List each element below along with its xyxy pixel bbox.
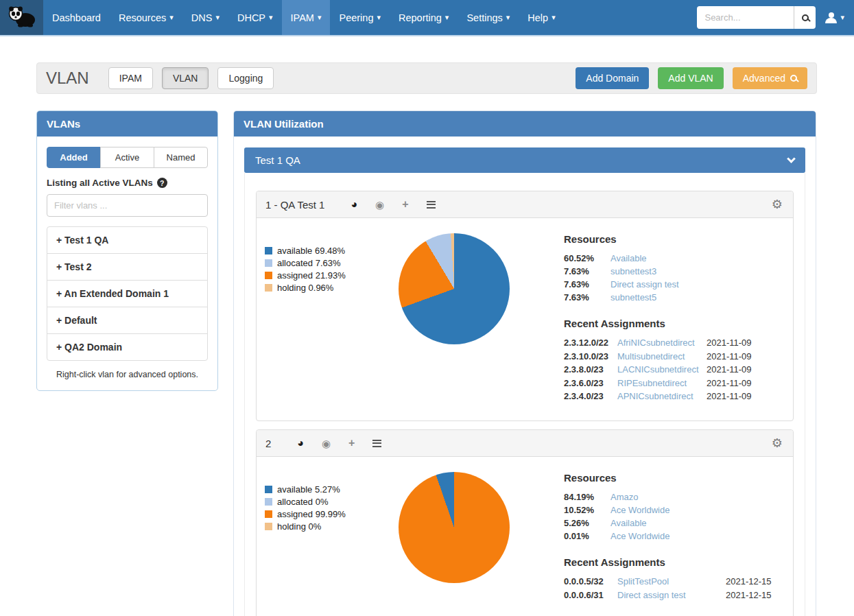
navbar-right: ▾	[697, 0, 854, 35]
nav-ipam[interactable]: IPAM▾	[282, 0, 331, 35]
resources-heading: Resources	[564, 233, 786, 245]
tab-named[interactable]: Named	[154, 147, 208, 168]
widget-info: Resources 60.52%Available 7.63%subnettes…	[535, 233, 786, 401]
resource-link[interactable]: Available	[610, 518, 786, 528]
assignment-date: 2021-11-09	[707, 337, 786, 348]
resource-link[interactable]: Available	[610, 253, 786, 263]
assignment-cidr: 2.3.6.0/23	[564, 378, 612, 388]
legend-row: available 5.27%	[265, 484, 373, 495]
vlan-filter-tabs: Added Active Named	[47, 147, 208, 168]
search-input[interactable]	[697, 6, 794, 29]
chevron-down-icon: ▾	[551, 13, 556, 22]
vlan-list-item[interactable]: + Test 1 QA	[47, 227, 207, 254]
eye-icon[interactable]: ◉	[322, 438, 331, 449]
chevron-down-icon: ▾	[506, 13, 510, 22]
resource-pct: 7.63%	[564, 292, 604, 303]
tab-added[interactable]: Added	[47, 147, 101, 168]
chevron-down-icon[interactable]	[787, 154, 796, 163]
vlan-filter-input[interactable]	[47, 194, 208, 217]
resource-link[interactable]: Amazo	[610, 492, 786, 502]
assignment-link[interactable]: APNICsubnetdirect	[617, 391, 701, 401]
assignment-cidr: 2.3.4.0/23	[564, 391, 612, 401]
resource-pct: 7.63%	[564, 279, 604, 289]
global-search	[697, 6, 816, 29]
page-header: VLAN IPAM VLAN Logging Add Domain Add VL…	[36, 62, 817, 94]
app-logo[interactable]	[0, 0, 43, 35]
chevron-down-icon: ▾	[377, 13, 381, 22]
assignment-link[interactable]: RIPEsubnetdirect	[617, 378, 701, 388]
legend-row: assigned 21.93%	[265, 270, 373, 281]
nav-dashboard[interactable]: Dashboard	[43, 0, 110, 35]
tab-active[interactable]: Active	[100, 147, 154, 168]
advanced-search-button[interactable]: Advanced	[733, 67, 807, 89]
search-button[interactable]	[794, 6, 816, 29]
navbar: Dashboard Resources▾ DNS▾ DHCP▾ IPAM▾ Pe…	[0, 0, 854, 36]
add-vlan-button[interactable]: Add VLAN	[658, 67, 723, 89]
legend-label: holding 0%	[277, 521, 321, 532]
tab-vlan[interactable]: VLAN	[162, 67, 209, 89]
utilization-pie-chart	[399, 233, 510, 344]
assignment-link[interactable]: Multisubnetdirect	[617, 351, 701, 362]
nav-settings[interactable]: Settings▾	[458, 0, 519, 35]
resource-link[interactable]: subnettest3	[610, 266, 786, 276]
eye-icon[interactable]: ◉	[375, 200, 384, 210]
resource-pct: 10.52%	[564, 505, 604, 515]
vlan-list: + Test 1 QA + Test 2 + An Extended Domai…	[47, 226, 208, 361]
resource-link[interactable]: Ace Worldwide	[610, 531, 786, 541]
legend-swatch	[265, 284, 272, 292]
nav-label: Settings	[466, 12, 502, 23]
pie-chart-icon[interactable]: ◕	[351, 199, 357, 210]
vlan-list-item[interactable]: + Default	[47, 307, 207, 334]
utilization-pie-chart	[399, 472, 510, 583]
assignment-link[interactable]: LACNICsubnetdirect	[617, 364, 701, 375]
vlans-panel-title: VLANs	[37, 111, 217, 137]
tab-logging[interactable]: Logging	[217, 67, 274, 89]
nav-dns[interactable]: DNS▾	[182, 0, 228, 35]
tab-ipam[interactable]: IPAM	[108, 67, 153, 89]
legend-swatch	[265, 523, 272, 530]
legend-swatch	[265, 247, 272, 254]
nav-help[interactable]: Help▾	[519, 0, 564, 35]
vlan-list-item[interactable]: + Test 2	[47, 254, 207, 281]
plus-icon[interactable]: +	[348, 438, 355, 449]
legend-swatch	[265, 486, 272, 493]
vlan-list-item[interactable]: + QA2 Domain	[47, 334, 207, 360]
assignment-link[interactable]: Direct assign test	[617, 590, 720, 600]
nav-label: Peering	[339, 12, 373, 23]
domain-group-header[interactable]: Test 1 QA	[244, 147, 805, 173]
assignment-link[interactable]: SplitTestPool	[617, 576, 720, 587]
recent-assignments: Recent Assignments 2.3.12.0/22AfriNICsub…	[564, 318, 786, 401]
vlan-widget-1: 1 - QA Test 1 ◕ ◉ + ⚙ available 69.48% a…	[256, 191, 794, 421]
assignment-cidr: 0.0.0.5/32	[564, 576, 612, 587]
vlan-list-item[interactable]: + An Extended Domain 1	[47, 281, 207, 307]
pie-chart-icon[interactable]: ◕	[297, 438, 304, 449]
nav-reporting[interactable]: Reporting▾	[390, 0, 458, 35]
legend-label: assigned 99.99%	[277, 509, 346, 519]
list-view-icon[interactable]	[372, 438, 381, 449]
listing-row: Listing all Active VLANs ?	[47, 178, 208, 188]
legend-label: holding 0.96%	[277, 283, 333, 293]
nav-resources[interactable]: Resources▾	[110, 0, 182, 35]
plus-icon[interactable]: +	[402, 199, 408, 210]
resources-list: 60.52%Available 7.63%subnettest3 7.63%Di…	[564, 253, 786, 303]
help-icon[interactable]: ?	[157, 178, 167, 188]
gear-icon[interactable]: ⚙	[772, 197, 783, 212]
utilization-panel-title: VLAN Utilization	[234, 111, 816, 137]
gear-icon[interactable]: ⚙	[772, 436, 783, 451]
recent-assignments-list: 0.0.0.5/32SplitTestPool2021-12-15 0.0.0.…	[564, 576, 786, 600]
nav-label: DHCP	[237, 12, 265, 23]
resource-link[interactable]: Ace Worldwide	[610, 505, 786, 515]
add-domain-button[interactable]: Add Domain	[576, 67, 649, 89]
resource-link[interactable]: subnettest5	[610, 292, 786, 303]
list-view-icon[interactable]	[427, 199, 436, 210]
resource-link[interactable]: Direct assign test	[610, 279, 786, 289]
widget-header: 2 ◕ ◉ + ⚙	[257, 430, 793, 457]
page-title: VLAN	[46, 69, 89, 88]
nav-label: Resources	[119, 12, 166, 23]
nav-peering[interactable]: Peering▾	[330, 0, 390, 35]
vlan-utilization-panel: VLAN Utilization Test 1 QA 1 - QA Test 1…	[233, 110, 816, 616]
assignment-link[interactable]: AfriNICsubnetdirect	[617, 337, 701, 348]
recent-assignments-heading: Recent Assignments	[564, 318, 786, 329]
user-menu[interactable]: ▾	[825, 12, 844, 23]
nav-dhcp[interactable]: DHCP▾	[228, 0, 282, 35]
